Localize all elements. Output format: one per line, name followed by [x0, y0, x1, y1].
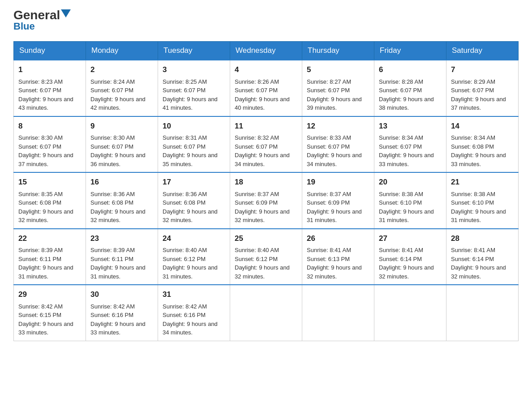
day-info: Sunrise: 8:36 AMSunset: 6:08 PMDaylight:… [163, 191, 218, 224]
day-info: Sunrise: 8:24 AMSunset: 6:07 PMDaylight:… [90, 78, 146, 111]
header-saturday: Saturday [446, 42, 519, 60]
day-cell: 31Sunrise: 8:42 AMSunset: 6:16 PMDayligh… [158, 285, 230, 341]
day-info: Sunrise: 8:40 AMSunset: 6:12 PMDaylight:… [235, 247, 290, 280]
day-number: 6 [379, 64, 442, 76]
header-monday: Monday [86, 42, 158, 60]
day-info: Sunrise: 8:38 AMSunset: 6:10 PMDaylight:… [451, 191, 506, 224]
day-number: 29 [18, 289, 81, 300]
day-cell [302, 285, 374, 341]
header-tuesday: Tuesday [158, 42, 230, 60]
day-info: Sunrise: 8:41 AMSunset: 6:14 PMDaylight:… [379, 247, 434, 280]
week-row-5: 29Sunrise: 8:42 AMSunset: 6:15 PMDayligh… [14, 285, 519, 341]
day-cell [446, 285, 519, 341]
day-info: Sunrise: 8:36 AMSunset: 6:08 PMDaylight:… [90, 191, 146, 224]
day-info: Sunrise: 8:35 AMSunset: 6:08 PMDaylight:… [18, 191, 73, 224]
logo-text-blue: Blue [13, 21, 35, 32]
day-info: Sunrise: 8:28 AMSunset: 6:07 PMDaylight:… [379, 78, 434, 111]
day-cell: 4Sunrise: 8:26 AMSunset: 6:07 PMDaylight… [230, 60, 302, 116]
day-info: Sunrise: 8:37 AMSunset: 6:09 PMDaylight:… [235, 191, 290, 224]
day-number: 27 [379, 233, 442, 244]
day-info: Sunrise: 8:34 AMSunset: 6:07 PMDaylight:… [379, 134, 434, 167]
day-info: Sunrise: 8:23 AMSunset: 6:07 PMDaylight:… [18, 78, 73, 111]
day-number: 5 [307, 64, 369, 76]
day-number: 31 [163, 289, 225, 300]
day-cell: 15Sunrise: 8:35 AMSunset: 6:08 PMDayligh… [14, 172, 86, 229]
logo-arrow-icon [61, 9, 71, 19]
day-number: 9 [90, 120, 153, 132]
day-cell: 10Sunrise: 8:31 AMSunset: 6:07 PMDayligh… [158, 116, 230, 173]
day-cell: 16Sunrise: 8:36 AMSunset: 6:08 PMDayligh… [86, 172, 158, 229]
day-number: 22 [18, 233, 81, 244]
day-cell: 3Sunrise: 8:25 AMSunset: 6:07 PMDaylight… [158, 60, 230, 116]
day-info: Sunrise: 8:32 AMSunset: 6:07 PMDaylight:… [235, 134, 290, 167]
day-cell: 24Sunrise: 8:40 AMSunset: 6:12 PMDayligh… [158, 229, 230, 285]
day-cell: 9Sunrise: 8:30 AMSunset: 6:07 PMDaylight… [86, 116, 158, 173]
page-header: General Blue [13, 9, 519, 32]
day-cell: 12Sunrise: 8:33 AMSunset: 6:07 PMDayligh… [302, 116, 374, 173]
day-number: 2 [90, 64, 153, 76]
day-number: 17 [163, 176, 225, 188]
day-number: 23 [90, 233, 153, 244]
header-sunday: Sunday [14, 42, 86, 60]
day-number: 7 [451, 64, 514, 76]
day-number: 15 [18, 176, 81, 188]
header-thursday: Thursday [302, 42, 374, 60]
day-number: 3 [163, 64, 225, 76]
day-cell: 13Sunrise: 8:34 AMSunset: 6:07 PMDayligh… [374, 116, 446, 173]
day-info: Sunrise: 8:29 AMSunset: 6:07 PMDaylight:… [451, 78, 506, 111]
day-cell: 2Sunrise: 8:24 AMSunset: 6:07 PMDaylight… [86, 60, 158, 116]
logo: General Blue [13, 9, 71, 32]
week-row-1: 1Sunrise: 8:23 AMSunset: 6:07 PMDaylight… [14, 60, 519, 116]
day-number: 10 [163, 120, 225, 132]
day-number: 25 [235, 233, 297, 244]
day-cell: 1Sunrise: 8:23 AMSunset: 6:07 PMDaylight… [14, 60, 86, 116]
day-cell: 30Sunrise: 8:42 AMSunset: 6:16 PMDayligh… [86, 285, 158, 341]
day-info: Sunrise: 8:41 AMSunset: 6:14 PMDaylight:… [451, 247, 506, 280]
day-cell: 7Sunrise: 8:29 AMSunset: 6:07 PMDaylight… [446, 60, 519, 116]
day-number: 28 [451, 233, 514, 244]
calendar-table: SundayMondayTuesdayWednesdayThursdayFrid… [13, 41, 519, 341]
day-cell: 26Sunrise: 8:41 AMSunset: 6:13 PMDayligh… [302, 229, 374, 285]
day-info: Sunrise: 8:42 AMSunset: 6:15 PMDaylight:… [18, 303, 73, 336]
day-number: 30 [90, 289, 153, 300]
day-number: 11 [235, 120, 297, 132]
day-cell: 21Sunrise: 8:38 AMSunset: 6:10 PMDayligh… [446, 172, 519, 229]
header-row: SundayMondayTuesdayWednesdayThursdayFrid… [14, 42, 519, 60]
day-info: Sunrise: 8:26 AMSunset: 6:07 PMDaylight:… [235, 78, 290, 111]
day-info: Sunrise: 8:40 AMSunset: 6:12 PMDaylight:… [163, 247, 218, 280]
day-info: Sunrise: 8:42 AMSunset: 6:16 PMDaylight:… [90, 303, 146, 336]
day-cell: 25Sunrise: 8:40 AMSunset: 6:12 PMDayligh… [230, 229, 302, 285]
day-cell: 28Sunrise: 8:41 AMSunset: 6:14 PMDayligh… [446, 229, 519, 285]
day-cell: 17Sunrise: 8:36 AMSunset: 6:08 PMDayligh… [158, 172, 230, 229]
day-info: Sunrise: 8:25 AMSunset: 6:07 PMDaylight:… [163, 78, 218, 111]
svg-marker-0 [61, 9, 71, 17]
day-number: 8 [18, 120, 81, 132]
week-row-2: 8Sunrise: 8:30 AMSunset: 6:07 PMDaylight… [14, 116, 519, 173]
day-info: Sunrise: 8:30 AMSunset: 6:07 PMDaylight:… [90, 134, 146, 167]
day-cell: 27Sunrise: 8:41 AMSunset: 6:14 PMDayligh… [374, 229, 446, 285]
day-cell: 14Sunrise: 8:34 AMSunset: 6:08 PMDayligh… [446, 116, 519, 173]
day-number: 4 [235, 64, 297, 76]
day-number: 13 [379, 120, 442, 132]
header-friday: Friday [374, 42, 446, 60]
day-info: Sunrise: 8:27 AMSunset: 6:07 PMDaylight:… [307, 78, 362, 111]
day-number: 18 [235, 176, 297, 188]
day-number: 26 [307, 233, 369, 244]
day-info: Sunrise: 8:39 AMSunset: 6:11 PMDaylight:… [90, 247, 146, 280]
day-info: Sunrise: 8:37 AMSunset: 6:09 PMDaylight:… [307, 191, 362, 224]
day-cell: 8Sunrise: 8:30 AMSunset: 6:07 PMDaylight… [14, 116, 86, 173]
day-number: 16 [90, 176, 153, 188]
day-number: 24 [163, 233, 225, 244]
day-info: Sunrise: 8:38 AMSunset: 6:10 PMDaylight:… [379, 191, 434, 224]
day-cell: 18Sunrise: 8:37 AMSunset: 6:09 PMDayligh… [230, 172, 302, 229]
day-info: Sunrise: 8:33 AMSunset: 6:07 PMDaylight:… [307, 134, 362, 167]
week-row-4: 22Sunrise: 8:39 AMSunset: 6:11 PMDayligh… [14, 229, 519, 285]
day-info: Sunrise: 8:31 AMSunset: 6:07 PMDaylight:… [163, 134, 218, 167]
day-info: Sunrise: 8:30 AMSunset: 6:07 PMDaylight:… [18, 134, 73, 167]
day-info: Sunrise: 8:42 AMSunset: 6:16 PMDaylight:… [163, 303, 218, 336]
day-number: 1 [18, 64, 81, 76]
day-number: 20 [379, 176, 442, 188]
day-info: Sunrise: 8:34 AMSunset: 6:08 PMDaylight:… [451, 134, 506, 167]
day-cell [374, 285, 446, 341]
logo-text-general: General [13, 9, 60, 21]
